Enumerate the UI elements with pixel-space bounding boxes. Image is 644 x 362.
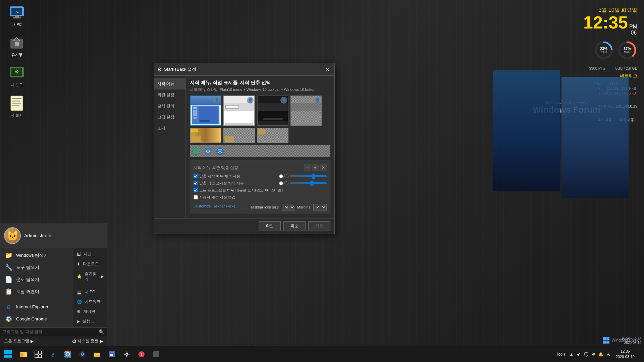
start-right-control-panel[interactable]: ⚙ 제어판	[73, 307, 107, 316]
taskbar-edge[interactable]: e	[46, 347, 60, 362]
svg-rect-36	[35, 351, 38, 354]
theme-thumb-1[interactable]: 👤	[190, 96, 221, 126]
customize-title: 시작 메뉴 외관 맞춤 설정 ─ + ✕	[194, 164, 327, 171]
start-item-ie[interactable]: e Internet Explorer	[0, 301, 73, 313]
tray-shield[interactable]	[583, 351, 590, 358]
desktop-icon-docs[interactable]: 내 문서	[3, 94, 30, 119]
minimize-btn[interactable]: ─	[304, 164, 311, 171]
start-right-run[interactable]: ▶ 실행...	[73, 316, 107, 326]
monitor-display-area	[490, 67, 644, 201]
recycle-icon-label: 휴지통	[11, 52, 22, 57]
taskbar-file-explorer[interactable]	[16, 347, 31, 362]
taskbar-chrome[interactable]	[60, 347, 75, 362]
cancel-button[interactable]: 취소	[283, 221, 306, 231]
svg-rect-4	[13, 17, 21, 18]
taskbar-settings[interactable]	[119, 347, 134, 362]
option-label-4: 사용자 계정 사진 숨김	[194, 195, 327, 200]
close-btn[interactable]: ✕	[320, 164, 327, 171]
dialog-close-button[interactable]: ✕	[323, 65, 331, 73]
option-row-3: 모든 프로그램을 하위 메뉴로 표시(윈도 XP 스타일)	[194, 188, 327, 193]
svg-rect-35	[23, 353, 27, 357]
tray-network[interactable]	[576, 351, 582, 358]
start-win-logo-icon	[4, 350, 12, 358]
start-item-tool-explorer[interactable]: 🔧 도구 탐색기	[0, 261, 73, 274]
start-item-doc-explorer[interactable]: 📄 문서 탐색기	[0, 274, 73, 286]
nav-item-advanced[interactable]: 고급 설정	[154, 112, 185, 123]
taskbar-size-select[interactable]: MSL	[282, 204, 295, 210]
start-right-downloads[interactable]: ⬇ 다운로드	[73, 259, 107, 269]
option-check-2[interactable]	[194, 181, 198, 185]
icon-option-2[interactable]	[203, 146, 213, 156]
clock-time: 12:35	[616, 349, 635, 354]
apply-button[interactable]: 적용	[308, 221, 330, 231]
svg-rect-37	[39, 351, 42, 354]
start-item-chrome[interactable]: Google Chrome	[0, 313, 73, 325]
desktop-icon-my-pc[interactable]: PC 내 PC	[3, 3, 30, 28]
theme-thumb-3[interactable]: 👤	[257, 96, 288, 126]
theme-row-2	[190, 128, 330, 143]
svg-rect-39	[39, 355, 42, 358]
all-programs-button[interactable]: 모든 프로그램 ▶	[4, 338, 34, 344]
taskbar-clock[interactable]: 12:35 2020-03-10	[613, 349, 637, 359]
start-right-network[interactable]: 🌐 네트워크	[73, 297, 107, 307]
svg-rect-46	[110, 353, 114, 353]
svg-rect-47	[110, 354, 113, 355]
theme-small-3[interactable]	[257, 128, 288, 143]
taskbar-steam[interactable]: ⚙	[75, 347, 90, 362]
taskbar-app1[interactable]: !	[134, 347, 149, 362]
theme-small-1[interactable]	[190, 128, 221, 143]
nav-item-start-menu[interactable]: 시작 메뉴	[154, 78, 185, 89]
nav-item-appearance[interactable]: 외관 설정	[154, 89, 185, 101]
margins-select[interactable]: MSL	[313, 204, 327, 210]
customize-taskbar-link[interactable]: Customize Taskbar Perks...	[194, 204, 238, 208]
option-row-2: 맞춤 작업 표시줄 채색 사용	[194, 181, 327, 186]
windows-explorer-icon: 📁	[5, 251, 13, 259]
theme2-user-icon: 👤	[247, 97, 254, 104]
confirm-button[interactable]: 확인	[259, 221, 281, 231]
theme-thumb-2[interactable]: 👤	[223, 96, 255, 126]
taskbar-registry[interactable]	[105, 347, 119, 362]
start-item-total-commander[interactable]: 📋 토탈 커맨더	[0, 286, 73, 298]
shutdown-button[interactable]: ⏻ 시스템 종료 ▶	[72, 338, 103, 344]
desktop-icon-recycle[interactable]: 휴지통	[3, 34, 30, 59]
icon-option-1[interactable]: 🌐	[191, 146, 201, 156]
svg-text:!: !	[141, 352, 142, 357]
start-item-windows-explorer[interactable]: 📁 Windows 탐색기	[0, 249, 73, 261]
favorites-arrow: ▶	[101, 274, 104, 279]
start-right-photos[interactable]: 🖼 사진	[73, 249, 107, 259]
tray-volume[interactable]	[590, 351, 597, 358]
start-right-favorites[interactable]: ⭐ 즐겨찾기 ▶	[73, 269, 107, 284]
tray-keyboard[interactable]: A	[605, 351, 612, 358]
power-icon: ⏻	[72, 339, 76, 344]
doc-explorer-icon: 📄	[5, 276, 13, 284]
option-check-1[interactable]	[194, 174, 198, 178]
tray-chevron[interactable]: ▲	[568, 351, 575, 358]
option-check-4[interactable]	[194, 195, 198, 199]
slider-2[interactable]	[290, 182, 327, 184]
user-name: Administrator	[24, 233, 52, 238]
taskbar-app2[interactable]	[149, 347, 164, 362]
theme-small-2[interactable]	[223, 128, 255, 143]
show-desktop-button[interactable]	[639, 348, 641, 361]
user-avatar[interactable]: 🐱	[4, 227, 21, 244]
svg-rect-15	[12, 103, 21, 104]
desktop-icon-tools[interactable]: ⚙ 내 도구	[3, 64, 30, 89]
start-button[interactable]	[0, 346, 16, 362]
svg-rect-13	[12, 98, 21, 99]
slider-1[interactable]	[290, 175, 327, 177]
network-icon: 🌐	[77, 300, 82, 304]
tray-notification[interactable]: 🔔	[598, 351, 604, 358]
recycle-icon	[9, 35, 25, 51]
taskbar-task-view[interactable]	[31, 347, 46, 362]
option-check-3[interactable]	[194, 188, 198, 192]
start-right-my-pc[interactable]: 💻 내 PC	[73, 287, 107, 297]
add-btn[interactable]: +	[312, 164, 319, 171]
photos-icon: 🖼	[77, 252, 81, 257]
nav-item-about[interactable]: 소개	[154, 123, 185, 134]
icon-option-3[interactable]	[215, 146, 225, 156]
start-search-input[interactable]	[3, 329, 99, 334]
theme-thumb-4[interactable]: 👤	[290, 96, 322, 126]
taskbar-folder[interactable]	[90, 347, 105, 362]
nav-item-replacement[interactable]: 교체 관리	[154, 101, 185, 112]
option-label-3: 모든 프로그램을 하위 메뉴로 표시(윈도 XP 스타일)	[194, 188, 327, 193]
